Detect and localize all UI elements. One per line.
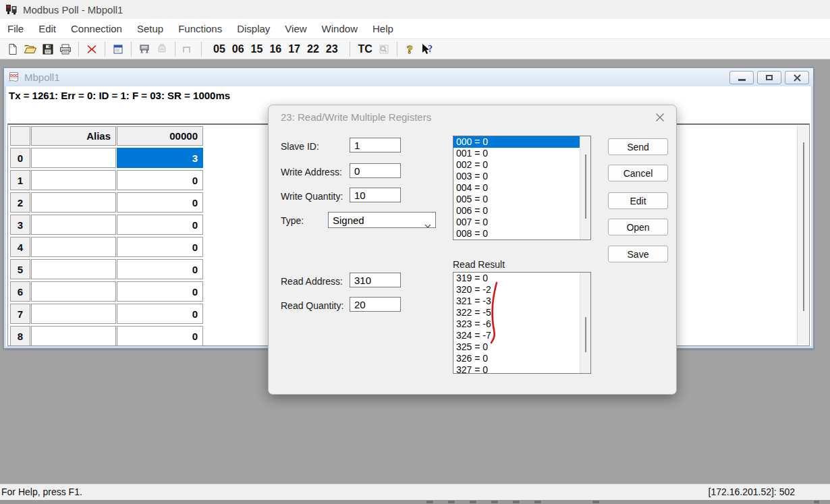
value-cell[interactable]: 0 [117, 281, 203, 302]
row-header-cell[interactable]: 2 [10, 192, 30, 213]
function-button[interactable]: 05 [210, 43, 229, 55]
list-item[interactable]: 325 = 0 [453, 341, 590, 353]
list-item[interactable]: 320 = -2 [453, 284, 590, 296]
list-item[interactable]: 323 = -6 [453, 318, 590, 330]
function-button[interactable]: 16 [266, 43, 285, 55]
menu-item[interactable]: Functions [171, 20, 229, 37]
delete-icon[interactable] [84, 41, 100, 57]
list-item[interactable]: 319 = 0 [453, 273, 590, 284]
alias-cell[interactable] [31, 259, 116, 279]
list-item[interactable]: 327 = 0 [453, 364, 590, 374]
open-file-icon[interactable] [22, 41, 38, 57]
value-cell[interactable]: 0 [117, 237, 203, 257]
close-document-button[interactable] [785, 71, 809, 84]
value-cell[interactable]: 0 [117, 215, 203, 235]
save-icon[interactable] [40, 41, 56, 57]
alias-cell[interactable] [31, 237, 116, 257]
read-address-field[interactable] [350, 273, 401, 287]
list-item[interactable]: 321 = -3 [453, 296, 590, 307]
slave-id-field[interactable] [350, 138, 401, 152]
function-button[interactable]: 06 [229, 43, 248, 55]
row-header-cell[interactable]: 5 [10, 259, 30, 279]
alias-column-header[interactable]: Alias [31, 126, 116, 146]
function-button[interactable]: 23 [323, 43, 341, 55]
read-quantity-field[interactable] [350, 297, 401, 312]
list-item[interactable]: 324 = -7 [453, 330, 590, 341]
value-cell[interactable]: 0 [117, 170, 203, 190]
list-item[interactable]: 002 = 0 [453, 159, 590, 171]
alias-cell[interactable] [31, 215, 116, 235]
document-title-bar[interactable]: DOC Mbpoll1 [4, 68, 813, 86]
communication-icon[interactable] [136, 41, 153, 57]
row-header-cell[interactable]: 7 [10, 304, 30, 324]
list-item[interactable]: 326 = 0 [453, 353, 590, 364]
value-cell[interactable]: 0 [117, 304, 203, 324]
alias-cell[interactable] [31, 281, 116, 302]
alias-cell[interactable] [31, 326, 116, 346]
menu-item[interactable]: Window [314, 20, 365, 37]
read-result-listbox[interactable]: 319 = 0320 = -2321 = -3322 = -5323 = -63… [453, 272, 591, 374]
open-button[interactable]: Open [608, 219, 668, 235]
type-dropdown[interactable]: Signed [328, 212, 436, 228]
menu-item[interactable]: Edit [31, 20, 63, 37]
write-list-scrollbar[interactable] [580, 136, 590, 240]
send-button[interactable]: Send [608, 138, 668, 155]
print-icon[interactable] [57, 41, 74, 57]
row-header-cell[interactable]: 8 [10, 326, 30, 346]
menu-item[interactable]: Display [229, 20, 277, 37]
grid-scrollbar-thumb[interactable] [803, 142, 804, 311]
list-item[interactable]: 008 = 0 [453, 228, 590, 240]
minimize-button[interactable] [729, 71, 754, 84]
grid-vertical-scrollbar[interactable] [797, 125, 808, 345]
list-item[interactable]: 004 = 0 [453, 182, 590, 194]
grid-corner-cell[interactable] [10, 126, 30, 146]
test-center-icon[interactable] [376, 41, 392, 57]
row-header-cell[interactable]: 6 [10, 281, 30, 302]
menu-item[interactable]: Connection [63, 20, 130, 37]
row-header-cell[interactable]: 0 [10, 148, 30, 168]
value-cell[interactable]: 0 [117, 259, 203, 279]
menu-item[interactable]: Help [365, 20, 401, 37]
write-list-scrollbar-thumb[interactable] [585, 155, 586, 219]
row-header-cell[interactable]: 4 [10, 237, 30, 257]
display-setup-icon[interactable] [110, 41, 126, 57]
alias-cell[interactable] [31, 304, 116, 324]
new-file-icon[interactable] [5, 41, 21, 57]
list-item[interactable]: 006 = 0 [453, 205, 590, 217]
list-item[interactable]: 001 = 0 [453, 148, 590, 159]
list-item[interactable]: 007 = 0 [453, 217, 590, 228]
list-item[interactable]: 003 = 0 [453, 171, 590, 182]
list-item[interactable]: 005 = 0 [453, 194, 590, 205]
menu-item[interactable]: File [0, 20, 31, 37]
menu-item[interactable]: Setup [130, 20, 171, 37]
maximize-button[interactable] [757, 71, 781, 84]
function-button[interactable]: 17 [285, 43, 304, 55]
list-item[interactable]: 322 = -5 [453, 307, 590, 318]
cancel-button[interactable]: Cancel [608, 165, 668, 181]
edit-button[interactable]: Edit [608, 192, 668, 209]
value-cell[interactable]: 3 [117, 148, 203, 168]
write-address-field[interactable] [350, 163, 401, 178]
context-help-icon[interactable]: ? [420, 41, 436, 57]
dialog-close-button[interactable] [653, 111, 667, 124]
function-button[interactable]: 22 [304, 43, 323, 55]
save-button[interactable]: Save [608, 246, 668, 262]
list-item[interactable]: 000 = 0 [453, 136, 590, 148]
alias-cell[interactable] [31, 148, 116, 168]
dialog-title-bar[interactable]: 23: Read/Write Multiple Registers [269, 105, 676, 128]
function-button[interactable]: 15 [248, 43, 267, 55]
value-cell[interactable]: 0 [117, 326, 203, 346]
tc-button[interactable]: TC [354, 43, 375, 55]
write-quantity-field[interactable] [350, 188, 401, 202]
about-help-icon[interactable]: ? [402, 41, 418, 57]
auto-read-icon[interactable] [154, 41, 170, 57]
alias-cell[interactable] [31, 170, 116, 190]
value-cell[interactable]: 0 [117, 192, 203, 213]
value-column-header[interactable]: 00000 [117, 126, 203, 146]
row-header-cell[interactable]: 3 [10, 215, 30, 235]
read-list-scrollbar-thumb[interactable] [585, 317, 586, 352]
alias-cell[interactable] [31, 192, 116, 213]
single-poll-icon[interactable] [180, 41, 196, 57]
row-header-cell[interactable]: 1 [10, 170, 30, 190]
menu-item[interactable]: View [277, 20, 314, 37]
